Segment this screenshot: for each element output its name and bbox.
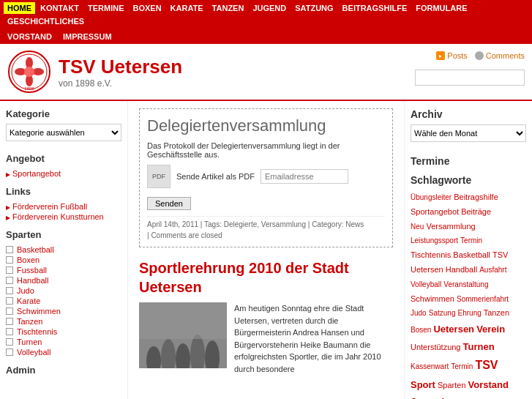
list-item[interactable]: Fussball bbox=[6, 265, 121, 275]
tag-tsv[interactable]: TSV bbox=[492, 250, 508, 259]
svg-text:1898: 1898 bbox=[24, 86, 34, 91]
schlagworte-title: Schlagworte bbox=[411, 174, 526, 186]
tag-sport[interactable]: Sport bbox=[411, 379, 435, 390]
tag-sommerienfahrt[interactable]: Sommerienfahrt bbox=[457, 295, 509, 303]
article2-image bbox=[139, 302, 227, 368]
email-field[interactable] bbox=[261, 169, 348, 184]
sparten-fussball[interactable]: Fussball bbox=[17, 266, 47, 275]
comments-feed-label: Comments bbox=[486, 51, 525, 60]
sparten-volleyball[interactable]: Volleyball bbox=[17, 348, 50, 357]
tag-verein[interactable]: Verein bbox=[476, 324, 505, 335]
article1-body: Das Protokoll der Delegiertenversammlung… bbox=[147, 141, 385, 159]
list-item[interactable]: Turnen bbox=[6, 337, 121, 347]
tag-kassenwart[interactable]: Kassenwart bbox=[411, 362, 449, 370]
tag-uetersen2[interactable]: Uetersen bbox=[433, 324, 474, 335]
search-input[interactable] bbox=[415, 70, 525, 86]
tag-satzung[interactable]: Satzung bbox=[429, 309, 456, 317]
tag-sparten[interactable]: Sparten bbox=[438, 381, 466, 389]
sparten-basketball[interactable]: Basketball bbox=[17, 245, 54, 254]
tag-handball[interactable]: Handball bbox=[446, 265, 477, 274]
send-button[interactable]: Senden bbox=[147, 197, 191, 210]
nav-vorstand[interactable]: VORSTAND bbox=[4, 31, 56, 42]
tag-neu[interactable]: Neu bbox=[411, 223, 424, 231]
foerderverein-fussball-link[interactable]: Förderverein Fußball bbox=[6, 201, 121, 212]
sparten-title: Sparten bbox=[6, 229, 121, 240]
list-item[interactable]: Schwimmen bbox=[6, 306, 121, 316]
archiv-title: Archiv bbox=[411, 108, 526, 120]
kategorie-select[interactable]: Kategorie auswählen bbox=[6, 124, 121, 141]
sparten-turnen[interactable]: Turnen bbox=[17, 338, 42, 346]
sparten-handball[interactable]: Handball bbox=[17, 276, 48, 285]
tag-jugend[interactable]: Jugend bbox=[411, 396, 444, 399]
tag-uebungsleiter[interactable]: Übungsleiter bbox=[411, 193, 452, 201]
list-item[interactable]: Judo bbox=[6, 286, 121, 296]
tag-volleyball[interactable]: Volleyball bbox=[411, 280, 441, 288]
sportangebot-link[interactable]: Sportangebot bbox=[6, 168, 121, 179]
tag-beitragshilfe[interactable]: Beitragshilfe bbox=[454, 193, 498, 201]
tag-termin2[interactable]: Termin bbox=[451, 362, 473, 370]
kategorie-title: Kategorie bbox=[6, 108, 121, 119]
tag-bosen[interactable]: Bosen bbox=[411, 326, 431, 334]
nav-tanzen[interactable]: TANZEN bbox=[209, 2, 248, 14]
tag-ausfahrt[interactable]: Ausfahrt bbox=[479, 266, 506, 274]
list-item[interactable]: Boxen bbox=[6, 255, 121, 265]
nav-jugend[interactable]: JUGEND bbox=[249, 2, 290, 14]
sparten-karate[interactable]: Karate bbox=[17, 297, 40, 305]
nav-impressum[interactable]: IMPRESSUM bbox=[59, 31, 116, 42]
tag-unterstuetzung[interactable]: Unterstützung bbox=[411, 343, 460, 351]
article2-body-wrapper: Am heutigen Sonntag ehre die Stadt Ueter… bbox=[139, 302, 393, 375]
schlagworte-list: Übungsleiter Beitragshilfe Sportangebot … bbox=[411, 190, 526, 399]
nav-formulare[interactable]: FORMULARE bbox=[412, 2, 471, 14]
tag-basketball[interactable]: Basketball bbox=[453, 250, 490, 259]
sparten-list: Basketball Boxen Fussball Handball Judo … bbox=[6, 245, 121, 357]
sparten-tischtennis[interactable]: Tischtennis bbox=[17, 327, 57, 336]
tag-beitraege[interactable]: Beiträge bbox=[461, 207, 491, 216]
tag-schwimmen[interactable]: Schwimmen bbox=[411, 294, 454, 303]
list-item[interactable]: Tanzen bbox=[6, 316, 121, 327]
list-item[interactable]: Handball bbox=[6, 275, 121, 286]
tag-termin[interactable]: Termin bbox=[460, 236, 482, 245]
tag-versammlung[interactable]: Versammlung bbox=[426, 222, 475, 231]
header-right: ▸ Posts Comments bbox=[436, 51, 525, 60]
tag-judo[interactable]: Judo bbox=[411, 309, 427, 317]
nav-home[interactable]: HOME bbox=[4, 2, 35, 14]
pdf-row: PDF Sende Artikel als PDF bbox=[147, 165, 385, 188]
tag-ehrung[interactable]: Ehrung bbox=[458, 309, 482, 317]
sparten-judo[interactable]: Judo bbox=[17, 286, 34, 295]
article1-title: Delegiertenversammlung bbox=[147, 116, 385, 135]
nav-geschichtliches[interactable]: GESCHICHTLICHES bbox=[4, 15, 88, 27]
list-item[interactable]: Basketball bbox=[6, 245, 121, 255]
nav-boxen[interactable]: BOXEN bbox=[129, 2, 165, 14]
sparten-tanzen[interactable]: Tanzen bbox=[17, 317, 42, 326]
nav-satzung[interactable]: SATZUNG bbox=[291, 2, 337, 14]
tag-tsv-large[interactable]: TSV bbox=[475, 359, 498, 371]
nav-karate[interactable]: KARATE bbox=[167, 2, 207, 14]
nav-kontakt[interactable]: KONTAKT bbox=[37, 2, 83, 14]
list-item[interactable]: Karate bbox=[6, 296, 121, 306]
article1-meta: April 14th, 2011 | Tags: Delegierte, Ver… bbox=[147, 216, 385, 228]
list-item[interactable]: Tischtennis bbox=[6, 327, 121, 337]
tag-vorstand[interactable]: Vorstand bbox=[468, 379, 509, 390]
tag-tanzen[interactable]: Tanzen bbox=[484, 308, 509, 317]
nav-beitragshilfe[interactable]: BEITRAGSHILFE bbox=[339, 2, 411, 14]
main-content: Delegiertenversammlung Das Protokoll der… bbox=[128, 101, 404, 399]
left-sidebar: Kategorie Kategorie auswählen Angebot Sp… bbox=[0, 101, 128, 399]
tag-tischtennis[interactable]: Tischtennis bbox=[411, 250, 451, 259]
pdf-icon: PDF bbox=[147, 165, 171, 188]
tag-uetersen[interactable]: Uetersen bbox=[411, 265, 443, 274]
sparten-schwimmen[interactable]: Schwimmen bbox=[17, 307, 61, 316]
list-item[interactable]: Volleyball bbox=[6, 347, 121, 357]
tag-leistungssport[interactable]: Leistungssport bbox=[411, 236, 458, 245]
tag-sportangebot[interactable]: Sportangebot bbox=[411, 207, 459, 216]
tag-turnen[interactable]: Turnen bbox=[463, 341, 495, 352]
second-navigation: VORSTAND IMPRESSUM bbox=[0, 29, 532, 44]
sparten-boxen[interactable]: Boxen bbox=[17, 256, 40, 264]
tag-veranstaltung[interactable]: Veranstaltung bbox=[443, 280, 488, 288]
nav-termine[interactable]: TERMINE bbox=[84, 2, 128, 14]
foerderverein-kunstturnen-link[interactable]: Förderverein Kunstturnen bbox=[6, 212, 121, 222]
admin-title: Admin bbox=[6, 365, 121, 376]
comments-feed-link[interactable]: Comments bbox=[475, 51, 525, 60]
archive-select[interactable]: Wähle den Monat bbox=[411, 124, 526, 142]
posts-feed-link[interactable]: ▸ Posts bbox=[436, 51, 468, 60]
article2-title: Sportlerehrung 2010 der Stadt Uetersen bbox=[139, 258, 393, 297]
